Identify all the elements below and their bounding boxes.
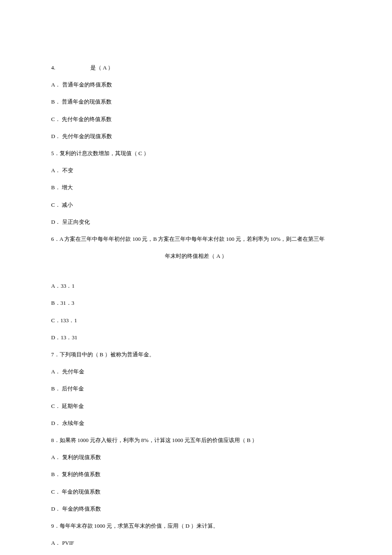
question-6-stem-line2: 年末时的终值相差（ A ）	[51, 252, 341, 260]
question-6-stem-line1: 6．A 方案在三年中每年年初付款 100 元，B 方案在三年中每年年末付款 10…	[51, 235, 341, 243]
question-8-option-b: B． 复利的终值系数	[51, 471, 341, 478]
question-4-option-d: D． 先付年金的现值系数	[51, 133, 341, 140]
question-4-option-b: B． 普通年金的现值系数	[51, 98, 341, 106]
question-5-option-b: B． 增大	[51, 184, 341, 191]
question-7-option-a: A． 先付年金	[51, 368, 341, 376]
question-7-option-c: C． 延期年金	[51, 402, 341, 410]
question-4-option-c: C． 先付年金的终值系数	[51, 116, 341, 123]
question-5-option-c: C． 减小	[51, 201, 341, 209]
question-8-stem: 8．如果将 1000 元存入银行，利率为 8%，计算这 1000 元五年后的价值…	[51, 436, 341, 444]
question-6-option-a: A．33．1	[51, 282, 341, 290]
question-4-text: 是（ A ）	[90, 64, 113, 71]
question-7-option-d: D． 永续年金	[51, 419, 341, 427]
question-6-option-c: C．133．1	[51, 317, 341, 324]
question-8-option-d: D． 年金的终值系数	[51, 505, 341, 513]
question-4-option-a: A． 普通年金的终值系数	[51, 81, 341, 89]
question-7-stem: 7．下列项目中的（ B ）被称为普通年金。	[51, 351, 341, 358]
question-6-option-d: D．13．31	[51, 334, 341, 341]
question-9-stem: 9．每年年末存款 1000 元，求第五年末的价值，应用（ D ）来计算。	[51, 522, 341, 530]
question-5-option-d: D． 呈正向变化	[51, 218, 341, 226]
question-5-stem: 5．复利的计息次数增加，其现值（ C ）	[51, 150, 341, 157]
question-8-option-c: C． 年金的现值系数	[51, 488, 341, 496]
question-4-number: 4.	[51, 64, 90, 72]
question-5-option-a: A． 不变	[51, 167, 341, 174]
question-7-option-b: B． 后付年金	[51, 385, 341, 393]
question-4-stem: 4.是（ A ）	[51, 64, 341, 72]
question-8-option-a: A． 复利的现值系数	[51, 454, 341, 461]
question-9-option-a: A． PVIF	[51, 539, 341, 547]
question-6-option-b: B．31．3	[51, 299, 341, 307]
